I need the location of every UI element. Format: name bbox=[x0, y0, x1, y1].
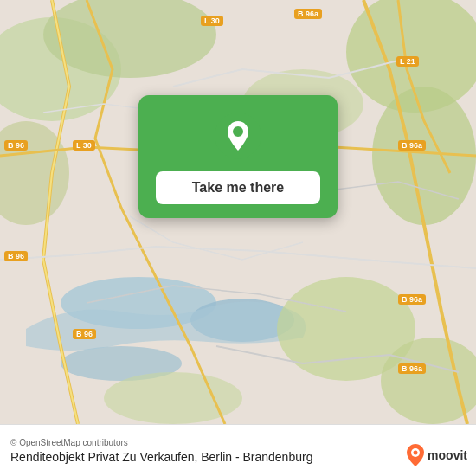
road-label-b96-left: B 96 bbox=[4, 140, 28, 151]
moovit-logo: moovit bbox=[406, 443, 467, 467]
location-pin-icon bbox=[215, 113, 261, 159]
road-label-l30-mid: L 30 bbox=[73, 140, 95, 151]
copyright-text: © OpenStreetMap contributors bbox=[10, 438, 466, 447]
road-label-b96a-topright: B 96a bbox=[294, 9, 322, 19]
property-title-main: Renditeobjekt Privat Zu Verkaufen, Berli… bbox=[10, 450, 240, 464]
svg-point-14 bbox=[233, 126, 243, 137]
moovit-pin-icon bbox=[406, 443, 425, 467]
road-label-b96a-right: B 96a bbox=[398, 140, 426, 151]
property-title-sub: Brandenburg bbox=[242, 450, 312, 464]
navigation-card: Take me there bbox=[138, 95, 338, 218]
road-label-b96-low: B 96 bbox=[4, 251, 28, 261]
road-label-l21: L 21 bbox=[396, 56, 419, 67]
moovit-label: moovit bbox=[428, 448, 467, 462]
map-container: L 30 B 96a L 21 B 96 L 30 B 96a B 96 B 9… bbox=[0, 0, 476, 424]
property-title: Renditeobjekt Privat Zu Verkaufen, Berli… bbox=[10, 450, 466, 464]
take-me-there-button[interactable]: Take me there bbox=[156, 171, 320, 204]
bottom-bar: © OpenStreetMap contributors Renditeobje… bbox=[0, 424, 476, 476]
road-label-b96-bottom: B 96 bbox=[73, 329, 96, 339]
svg-point-16 bbox=[414, 451, 418, 455]
road-label-b96a-bottomright: B 96a bbox=[398, 363, 426, 374]
road-label-l30-top: L 30 bbox=[201, 16, 223, 26]
road-label-b96a-lowright: B 96a bbox=[398, 294, 426, 305]
